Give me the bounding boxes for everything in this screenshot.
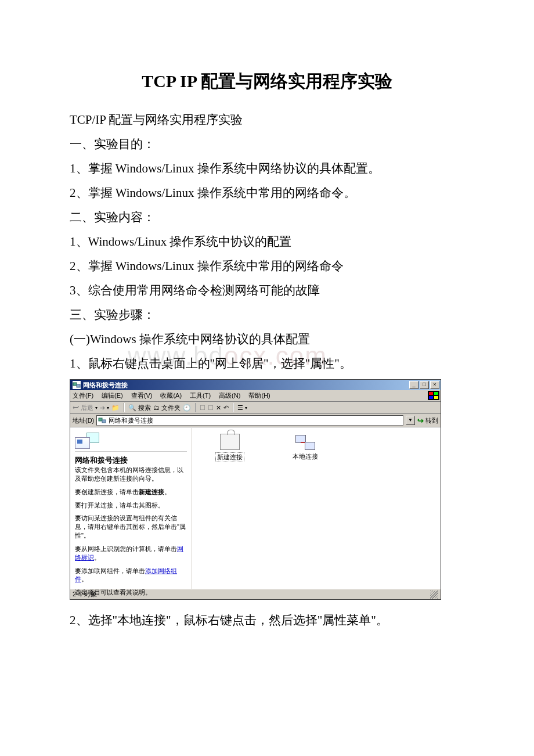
folders-icon: 🗂 <box>153 404 160 411</box>
menu-help[interactable]: 帮助(H) <box>248 391 270 400</box>
section-2-item-3: 3、综合使用常用网络命令检测网络可能的故障 <box>70 278 464 303</box>
new-connection-icon <box>220 434 240 450</box>
address-dropdown-button[interactable]: ▼ <box>406 416 415 425</box>
chevron-down-icon: ▾ <box>245 405 247 411</box>
section-1-item-2: 2、掌握 Windows/Linux 操作系统中常用的网络命令。 <box>70 181 464 205</box>
info-text: 选定项目可以查看其说明。 <box>75 588 187 597</box>
delete-button[interactable]: ✕ <box>216 404 221 412</box>
icon-label: 本地连接 <box>293 452 318 461</box>
undo-icon: ↶ <box>223 404 229 412</box>
menu-view[interactable]: 查看(V) <box>131 391 153 400</box>
section-2-heading: 二、实验内容： <box>70 205 464 229</box>
menu-favorites[interactable]: 收藏(A) <box>160 391 182 400</box>
chevron-down-icon: ▾ <box>95 405 98 411</box>
folder-up-icon: 📁 <box>111 404 120 412</box>
arrow-left-icon: ⮨ <box>73 404 79 411</box>
views-icon: ☰ <box>237 404 243 412</box>
windows-logo-icon <box>428 391 439 400</box>
history-icon: 🕘 <box>183 404 191 412</box>
svg-rect-2 <box>99 418 102 421</box>
info-text: 该文件夹包含本机的网络连接信息，以及帮助您创建新连接的向导。 <box>75 466 187 483</box>
connection-icon <box>98 416 106 424</box>
lan-connection-icon <box>295 434 315 450</box>
client-area: 网络和拨号连接 该文件夹包含本机的网络连接信息，以及帮助您创建新连接的向导。 要… <box>70 427 441 589</box>
new-connection-item[interactable]: 新建连接 <box>210 434 250 462</box>
go-arrow-icon: ↪ <box>417 416 424 425</box>
back-button[interactable]: ⮨ 后退 ▾ <box>73 404 98 412</box>
forward-button[interactable]: ➔ ▾ <box>100 404 109 412</box>
section-3-heading: 三、实验步骤： <box>70 303 464 327</box>
svg-rect-3 <box>102 420 106 423</box>
up-button[interactable]: 📁 <box>111 404 120 412</box>
resize-grip-icon[interactable] <box>430 591 438 599</box>
undo-button[interactable]: ↶ <box>223 404 229 412</box>
window-title: 网络和拨号连接 <box>83 381 409 390</box>
address-value: 网络和拨号连接 <box>109 416 153 425</box>
step-a: (一)Windows 操作系统中网络协议的具体配置 <box>70 327 464 351</box>
section-2-item-1: 1、Windows/Linux 操作系统中协议的配置 <box>70 229 464 254</box>
views-button[interactable]: ☰ ▾ <box>237 404 247 412</box>
delete-icon: ✕ <box>216 404 221 412</box>
separator <box>233 403 233 412</box>
close-button[interactable]: × <box>430 381 439 389</box>
info-text: 要从网络上识别您的计算机，请单击网络标识。 <box>75 545 187 562</box>
separator <box>124 403 124 412</box>
address-bar: 地址(D) 网络和拨号连接 ▼ ↪ 转到 <box>70 414 441 427</box>
section-2-item-2: 2、掌握 Windows/Linux 操作系统中常用的网络命令 <box>70 254 464 278</box>
copy-icon: ☐ <box>208 404 214 412</box>
window-icon <box>73 381 81 389</box>
toolbar: ⮨ 后退 ▾ ➔ ▾ 📁 🔍 搜索 🗂 文件夹 🕘 <box>70 402 441 414</box>
chevron-down-icon: ▾ <box>107 405 109 411</box>
move-icon: ☐ <box>200 404 205 412</box>
section-1-item-1: 1、掌握 Windows/Linux 操作系统中网络协议的具体配置。 <box>70 156 464 181</box>
history-button[interactable]: 🕘 <box>183 404 191 412</box>
section-1-heading: 一、实验目的： <box>70 132 464 156</box>
separator <box>195 403 196 412</box>
copy-to-button[interactable]: ☐ <box>208 404 214 412</box>
svg-rect-1 <box>77 384 80 387</box>
search-button[interactable]: 🔍 搜索 <box>128 404 151 412</box>
connections-folder-icon <box>75 433 99 449</box>
move-to-button[interactable]: ☐ <box>200 404 205 412</box>
icon-view[interactable]: 新建连接 本地连接 <box>192 428 441 589</box>
maximize-button[interactable]: □ <box>420 381 429 389</box>
menu-advanced[interactable]: 高级(N) <box>219 391 240 400</box>
info-pane-title: 网络和拨号连接 <box>75 455 187 466</box>
info-text: 要添加联网组件，请单击添加网络组件。 <box>75 567 187 584</box>
menu-file[interactable]: 文件(F) <box>73 391 93 400</box>
icon-label: 新建连接 <box>215 452 244 462</box>
address-label: 地址(D) <box>73 416 94 425</box>
minimize-button[interactable]: _ <box>409 381 418 389</box>
folders-button[interactable]: 🗂 文件夹 <box>153 404 181 412</box>
explorer-window: 网络和拨号连接 _ □ × 文件(F) 编辑(E) 查看(V) 收藏(A) 工具… <box>70 379 441 600</box>
svg-rect-0 <box>73 383 77 386</box>
address-input[interactable]: 网络和拨号连接 <box>96 415 403 426</box>
info-pane: 网络和拨号连接 该文件夹包含本机的网络连接信息，以及帮助您创建新连接的向导。 要… <box>70 428 192 589</box>
local-connection-item[interactable]: 本地连接 <box>285 434 326 461</box>
menu-bar: 文件(F) 编辑(E) 查看(V) 收藏(A) 工具(T) 高级(N) 帮助(H… <box>70 390 441 402</box>
step-2: 2、选择"本地连接"，鼠标右键点击，然后选择"属性菜单"。 <box>70 608 464 632</box>
info-text: 要访问某连接的设置与组件的有关信息，请用右键单击其图标，然后单击"属性"。 <box>75 514 187 540</box>
menu-edit[interactable]: 编辑(E) <box>102 391 123 400</box>
step-1: 1、鼠标右键点击桌面上的"网上邻居"，选择"属性"。 <box>70 351 464 376</box>
search-icon: 🔍 <box>128 404 136 412</box>
info-text: 要打开某连接，请单击其图标。 <box>75 501 187 510</box>
arrow-right-icon: ➔ <box>100 404 105 412</box>
menu-tools[interactable]: 工具(T) <box>190 391 211 400</box>
window-titlebar[interactable]: 网络和拨号连接 _ □ × <box>70 380 441 390</box>
go-button[interactable]: ↪ 转到 <box>417 416 438 425</box>
doc-subtitle: TCP/IP 配置与网络实用程序实验 <box>70 107 464 132</box>
page-title: TCP IP 配置与网络实用程序实验 <box>70 70 464 93</box>
info-text: 要创建新连接，请单击新建连接。 <box>75 488 187 496</box>
